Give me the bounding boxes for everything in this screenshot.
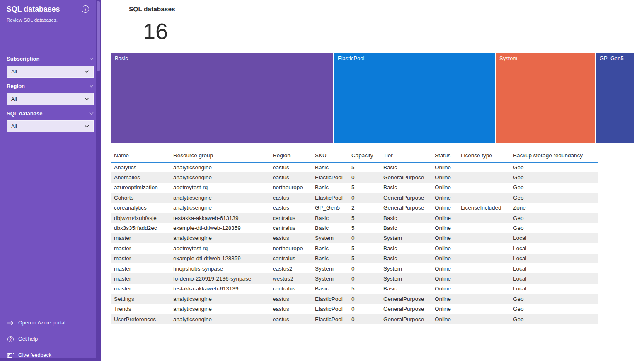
cell: GeneralPurpose: [383, 193, 435, 202]
table-row[interactable]: masterfo-demo-220919-2136-synpasewestus2…: [111, 273, 598, 283]
table-row[interactable]: coreanalyticsanalyticsengineeastusGP_Gen…: [111, 203, 598, 213]
scrollbar-thumb[interactable]: [97, 1, 100, 71]
feedback-icon: [7, 352, 14, 358]
filter-section-header[interactable]: SQL database: [7, 110, 94, 117]
cell: [461, 284, 513, 294]
database-count: 16: [143, 18, 168, 44]
sidebar-vertical-scrollbar[interactable]: [96, 0, 101, 361]
table-row[interactable]: masteranalyticsengineeastusSystem0System…: [111, 233, 598, 243]
treemap-segment-system[interactable]: System: [496, 53, 595, 143]
databases-table: NameResource groupRegionSKUCapacityTierS…: [111, 149, 598, 324]
cell: Online: [435, 304, 461, 314]
filter-section-header[interactable]: Subscription: [7, 55, 94, 62]
filter-section-header[interactable]: Region: [7, 82, 94, 90]
column-header[interactable]: SKU: [315, 149, 351, 162]
cell: Online: [435, 223, 461, 233]
cell: eastus: [273, 304, 315, 314]
table-row[interactable]: AnomaliesanalyticsengineeastusElasticPoo…: [111, 172, 598, 182]
cell: Basic: [315, 183, 351, 193]
cell: System: [315, 233, 351, 243]
cell: Basic: [315, 213, 351, 223]
main-content: SQL databases 16 Basic ElasticPool Syste…: [101, 0, 644, 361]
cell: ElasticPool: [315, 314, 351, 324]
filter-dropdown[interactable]: All: [7, 66, 94, 78]
treemap-segment-elasticpool[interactable]: ElasticPool: [334, 53, 495, 143]
cell: System: [383, 233, 435, 243]
cell: northeurope: [273, 243, 315, 253]
table-row[interactable]: azureoptimizationaoetreytest-rgnortheuro…: [111, 183, 598, 193]
cell: 0: [351, 233, 383, 243]
cell: finopshubs-synpase: [173, 263, 273, 273]
cell: [461, 213, 513, 223]
table-row[interactable]: TrendsanalyticsengineeastusElasticPool0G…: [111, 304, 598, 314]
cell: Zone: [513, 203, 598, 213]
link-open-in-azure-portal[interactable]: Open in Azure portal: [7, 318, 65, 328]
table-row[interactable]: SettingsanalyticsengineeastusElasticPool…: [111, 294, 598, 304]
arrow-right-icon: [7, 321, 14, 325]
column-header[interactable]: Backup storage redundancy: [513, 149, 598, 162]
column-header[interactable]: Tier: [383, 149, 435, 162]
cell: ElasticPool: [315, 193, 351, 202]
table-row[interactable]: mastertestakka-akkaweb-613139centralusBa…: [111, 284, 598, 294]
sidebar-horizontal-scrollbar[interactable]: [0, 358, 96, 361]
cell: Online: [435, 284, 461, 294]
treemap-segment-gp_gen5[interactable]: GP_Gen5: [596, 53, 634, 143]
column-header[interactable]: License type: [461, 149, 513, 162]
chevron-down-icon: [85, 98, 89, 100]
filter-dropdown[interactable]: All: [7, 120, 94, 132]
cell: eastus: [273, 203, 315, 213]
cell: centralus: [273, 213, 315, 223]
cell: eastus: [273, 294, 315, 304]
column-header[interactable]: Name: [111, 149, 173, 162]
cell: Local: [513, 273, 598, 283]
filter-subscription: Subscription All: [7, 55, 94, 78]
cell: testakka-akkaweb-613139: [173, 284, 273, 294]
table-row[interactable]: masterfinopshubs-synpaseeastus2System0Sy…: [111, 263, 598, 273]
filter-region: Region All: [7, 82, 94, 105]
table-row[interactable]: dbx3s35rfadd2ecexample-dtl-dtlweb-128359…: [111, 223, 598, 233]
cell: Basic: [315, 254, 351, 263]
link-get-help[interactable]: ? Get help: [7, 334, 65, 344]
cell: [461, 183, 513, 193]
cell: eastus: [273, 193, 315, 202]
dropdown-selected-value: All: [11, 69, 17, 75]
cell: analyticsengine: [173, 314, 273, 324]
column-header[interactable]: Capacity: [351, 149, 383, 162]
cell: fo-demo-220919-2136-synpase: [173, 273, 273, 283]
cell: 5: [351, 223, 383, 233]
treemap-segment-label: Basic: [115, 55, 128, 61]
cell: Basic: [383, 254, 435, 263]
cell: [461, 243, 513, 253]
cell: Online: [435, 273, 461, 283]
cell: Local: [513, 284, 598, 294]
cell: Online: [435, 172, 461, 182]
table-row[interactable]: masteraoetreytest-rgnortheuropeBasic5Bas…: [111, 243, 598, 253]
column-header[interactable]: Status: [435, 149, 461, 162]
cell: Geo: [513, 183, 598, 193]
filter-dropdown[interactable]: All: [7, 93, 94, 105]
table-row[interactable]: AnalyticsanalyticsengineeastusBasic5Basi…: [111, 162, 598, 172]
table-row[interactable]: CohortsanalyticsengineeastusElasticPool0…: [111, 193, 598, 202]
column-header[interactable]: Region: [273, 149, 315, 162]
table-row[interactable]: masterexample-dtl-dtlweb-128359centralus…: [111, 254, 598, 263]
cell: 5: [351, 183, 383, 193]
cell: 0: [351, 314, 383, 324]
sidebar-title: SQL databases: [7, 5, 60, 14]
table-row[interactable]: dbjwzm4xubfvsjetestakka-akkaweb-613139ce…: [111, 213, 598, 223]
link-label: Get help: [18, 336, 38, 342]
cell: ElasticPool: [315, 172, 351, 182]
column-header[interactable]: Resource group: [173, 149, 273, 162]
link-label: Open in Azure portal: [18, 320, 65, 326]
cell: Basic: [383, 183, 435, 193]
cell: 0: [351, 193, 383, 202]
treemap-segment-basic[interactable]: Basic: [111, 53, 333, 143]
dropdown-selected-value: All: [11, 124, 17, 129]
cell: Basic: [315, 223, 351, 233]
cell: Online: [435, 254, 461, 263]
cell: [461, 263, 513, 273]
info-icon[interactable]: i: [82, 5, 89, 13]
table-row[interactable]: UserPreferencesanalyticsengineeastusElas…: [111, 314, 598, 324]
cell: LicenseIncluded: [461, 203, 513, 213]
cell: GeneralPurpose: [383, 314, 435, 324]
cell: 5: [351, 254, 383, 263]
